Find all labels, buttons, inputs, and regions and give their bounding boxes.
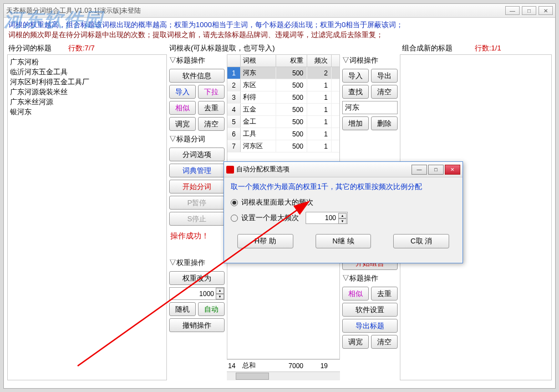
table-footer: 14 总和 7000 19: [227, 359, 340, 371]
table-hscrollbar[interactable]: [227, 371, 340, 380]
weight-ops-head: ▽权重操作: [169, 257, 225, 269]
radio-icon: [231, 215, 238, 222]
result-clear-button[interactable]: 清空: [371, 335, 398, 349]
table-row[interactable]: 1 河东 500 2: [227, 67, 339, 79]
pending-titles-label: 待分词的标题: [8, 43, 52, 53]
list-item[interactable]: 广东米丝河源: [10, 97, 164, 107]
table-row[interactable]: 4五金5001: [227, 104, 339, 116]
dialog-icon: [226, 166, 234, 174]
software-info-button[interactable]: 软件信息: [169, 69, 225, 83]
dialog-hint: 取一个频次作为最高的权重1千，其它的权重按频次比例分配: [231, 182, 456, 192]
clear-button[interactable]: 清空: [198, 117, 225, 131]
close-button[interactable]: ✕: [538, 6, 553, 15]
list-item[interactable]: 银河东: [10, 107, 164, 117]
root-export-button[interactable]: 导出: [371, 69, 398, 83]
dialog-maximize-button[interactable]: □: [428, 165, 444, 175]
roots-table-label: 词根表(可从标题提取，也可导入): [169, 43, 341, 53]
delete-button[interactable]: 删除: [371, 116, 398, 130]
search-input[interactable]: [342, 101, 398, 114]
random-button[interactable]: 随机: [169, 302, 196, 316]
start-seg-button[interactable]: 开始分词: [169, 180, 225, 194]
radio-max-freq-in-table[interactable]: 词根表里面最大的频次: [231, 197, 456, 207]
radio-icon: [231, 199, 238, 206]
weight-change-button[interactable]: 权重改为: [169, 271, 225, 285]
info-line-1: 词根的权重越高，组合标题该词根出现的概率越高；权重为1000相当于主词，每个标题…: [8, 20, 551, 30]
auto-weight-dialog: 自动分配权重选项 — □ ✕ 取一个频次作为最高的权重1千，其它的权重按频次比例…: [223, 161, 463, 263]
list-item[interactable]: 临沂河东五金工具: [10, 67, 164, 77]
root-ops-head: ▽词根操作: [342, 54, 398, 67]
import-button[interactable]: 导入: [169, 85, 196, 99]
title-ops-panel: ▽标题操作 软件信息 导入 下拉 相似 去重 调宽 清空 ▽标题分词 分词选项 …: [169, 54, 225, 380]
info-line-2: 词根的频次即是在待分词标题中出现的次数；提取词根之前，请先去除标题品牌词、违规词…: [8, 30, 551, 40]
add-button[interactable]: 增加: [342, 116, 369, 130]
window-buttons: — □ ✕: [505, 6, 553, 15]
auto-button[interactable]: 自动: [198, 302, 225, 316]
dialog-close-button[interactable]: ✕: [445, 165, 460, 175]
table-row[interactable]: 2东区5001: [227, 79, 339, 91]
undo-button[interactable]: 撤销操作: [169, 318, 225, 332]
minimize-button[interactable]: —: [505, 6, 520, 15]
seg-options-button[interactable]: 分词选项: [169, 147, 225, 161]
radio-label: 词根表里面最大的频次: [241, 197, 313, 207]
dropdown-button[interactable]: 下拉: [198, 85, 225, 99]
list-item[interactable]: 广东河源袋装米丝: [10, 87, 164, 97]
status-message: 操作成功！: [169, 228, 225, 245]
list-item[interactable]: 河东区时利得五金工具厂: [10, 77, 164, 87]
widen-button[interactable]: 调宽: [169, 117, 196, 131]
window-title: 天齐标题分词组合工具 V1.03.1[演示版]未登陆: [6, 6, 141, 16]
titlebar: 天齐标题分词组合工具 V1.03.1[演示版]未登陆 — □ ✕: [4, 4, 555, 18]
stop-button[interactable]: S停止: [169, 212, 225, 226]
seg-ops-head: ▽标题分词: [169, 133, 225, 145]
info-panel: 词根的权重越高，组合标题该词根出现的概率越高；权重为1000相当于主词，每个标题…: [4, 18, 555, 41]
table-row[interactable]: 6工具5001: [227, 128, 339, 140]
root-import-button[interactable]: 导入: [342, 69, 369, 83]
result-similar-button[interactable]: 相似: [342, 287, 369, 301]
dialog-continue-button[interactable]: N继 续: [316, 234, 372, 248]
dedup-button[interactable]: 去重: [198, 101, 225, 115]
dict-manage-button[interactable]: 词典管理: [169, 164, 225, 177]
result-titles-count: 行数:1/1: [475, 43, 501, 53]
result-widen-button[interactable]: 调宽: [342, 335, 369, 349]
titles-listbox[interactable]: 广东河粉 临沂河东五金工具 河东区时利得五金工具厂 广东河源袋装米丝 广东米丝河…: [7, 54, 167, 380]
result-titles-label: 组合成新的标题: [402, 43, 453, 53]
title-ops-head: ▽标题操作: [169, 54, 225, 67]
col-weight[interactable]: 权重: [276, 55, 307, 67]
result-title-ops-head: ▽标题操作: [342, 272, 398, 284]
section-headers: 待分词的标题 行数:7/7 词根表(可从标题提取，也可导入) 组合成新的标题 行…: [4, 41, 555, 54]
max-freq-input[interactable]: [306, 214, 338, 222]
max-freq-spinner[interactable]: ▲▼: [338, 213, 347, 224]
pause-button[interactable]: P暂停: [169, 196, 225, 210]
result-dedup-button[interactable]: 去重: [371, 287, 398, 301]
pending-titles-count: 行数:7/7: [68, 43, 95, 53]
dialog-titlebar[interactable]: 自动分配权重选项 — □ ✕: [224, 162, 463, 177]
find-button[interactable]: 查找: [342, 85, 369, 99]
dialog-help-button[interactable]: H帮 助: [237, 234, 293, 248]
radio-label: 设置一个最大频次: [241, 213, 299, 223]
col-root[interactable]: 词根: [241, 55, 276, 67]
maximize-button[interactable]: □: [522, 6, 536, 15]
dialog-minimize-button[interactable]: —: [411, 165, 427, 175]
col-index: [227, 55, 241, 67]
similar-button[interactable]: 相似: [169, 101, 196, 115]
dialog-title: 自动分配权重选项: [236, 165, 289, 174]
table-header: 词根 权重 频次: [227, 55, 339, 67]
table-row[interactable]: 7河东区5001: [227, 140, 339, 152]
dialog-cancel-button[interactable]: C取 消: [393, 234, 449, 248]
root-clear-button[interactable]: 清空: [371, 85, 398, 99]
software-settings-button[interactable]: 软件设置: [342, 303, 398, 317]
table-row[interactable]: 5金工5001: [227, 116, 339, 128]
col-freq[interactable]: 频次: [307, 55, 332, 67]
table-row[interactable]: 3利得5001: [227, 91, 339, 104]
weight-spinner[interactable]: ▲▼: [216, 288, 224, 299]
export-title-button[interactable]: 导出标题: [342, 319, 398, 333]
radio-set-max-freq[interactable]: 设置一个最大频次 ▲▼: [231, 212, 456, 224]
list-item[interactable]: 广东河粉: [10, 57, 164, 67]
